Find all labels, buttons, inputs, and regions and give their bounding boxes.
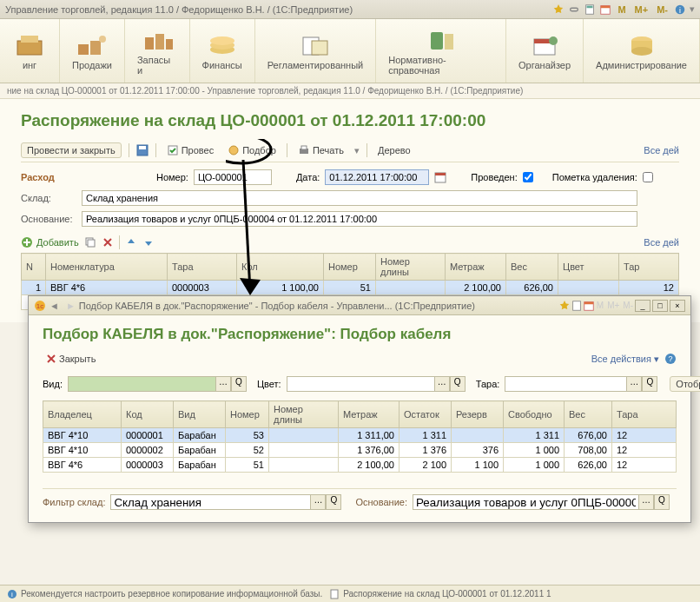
- link-icon[interactable]: [568, 3, 580, 16]
- col-metraj[interactable]: Метраж: [446, 254, 506, 281]
- tb-ing[interactable]: инг: [0, 19, 60, 83]
- pcol-ost[interactable]: Остаток: [400, 401, 452, 428]
- number-field[interactable]: [194, 169, 272, 185]
- pcol-ves[interactable]: Вес: [565, 401, 612, 428]
- col-nomerlen[interactable]: Номер длины: [376, 254, 446, 281]
- calc-icon[interactable]: [584, 3, 596, 16]
- col-nomer[interactable]: Номер: [324, 254, 376, 281]
- run-close-button[interactable]: Провести и закрыть: [21, 142, 122, 158]
- calendar-icon[interactable]: [599, 3, 611, 16]
- move-down-icon[interactable]: [142, 236, 155, 248]
- m-minus-button[interactable]: M-: [621, 301, 635, 310]
- table-row[interactable]: ВВГ 4*60000003Барабан512 100,002 1001 10…: [43, 458, 677, 473]
- print-button[interactable]: Печать: [294, 142, 347, 158]
- popup-basis-lookup[interactable]: … Q: [413, 494, 670, 510]
- color-select-icon[interactable]: Q: [450, 376, 466, 392]
- vid-input[interactable]: [68, 376, 215, 392]
- tara-input[interactable]: [505, 376, 626, 392]
- delmark-checkbox[interactable]: [643, 172, 653, 182]
- m-button[interactable]: M: [595, 301, 605, 310]
- run-button[interactable]: Провес: [163, 142, 217, 158]
- col-nom[interactable]: Номенклатура: [46, 254, 168, 281]
- pcol-tara[interactable]: Тара: [612, 401, 677, 428]
- pcol-owner[interactable]: Владелец: [43, 401, 122, 428]
- save-icon[interactable]: [136, 144, 149, 156]
- pcol-nlen[interactable]: Номер длины: [269, 401, 339, 428]
- pcol-free[interactable]: Свободно: [504, 401, 565, 428]
- col-n[interactable]: N: [22, 254, 46, 281]
- tb-reference[interactable]: Нормативно-справочная: [376, 19, 506, 83]
- tb-organizer[interactable]: Органайзер: [506, 19, 584, 83]
- color-input[interactable]: [287, 376, 434, 392]
- vid-lookup[interactable]: … Q: [68, 376, 247, 392]
- help-icon[interactable]: ?: [664, 353, 677, 365]
- all-actions-link[interactable]: Все дей: [644, 237, 679, 248]
- pcol-vid[interactable]: Вид: [174, 401, 226, 428]
- tara-lookup[interactable]: … Q: [505, 376, 657, 392]
- date-field[interactable]: [325, 169, 429, 185]
- all-actions-link[interactable]: Все действия ▾: [591, 354, 659, 365]
- close-window-button[interactable]: ×: [670, 300, 685, 312]
- info-icon[interactable]: i: [674, 3, 686, 16]
- delete-icon[interactable]: [102, 236, 114, 248]
- pcol-metraj[interactable]: Метраж: [339, 401, 400, 428]
- tree-button[interactable]: Дерево: [374, 143, 414, 157]
- vid-clear-icon[interactable]: …: [215, 376, 231, 392]
- filter-sklad-input[interactable]: [110, 494, 310, 510]
- fsklad-select-icon[interactable]: Q: [326, 494, 341, 510]
- sklad-field[interactable]: [82, 190, 637, 206]
- podbor-button[interactable]: Подбор: [224, 142, 280, 158]
- close-button[interactable]: Закрыть: [43, 352, 99, 366]
- tb-finance[interactable]: Финансы: [190, 19, 255, 83]
- star-icon[interactable]: [558, 300, 571, 312]
- color-lookup[interactable]: … Q: [287, 376, 466, 392]
- m-plus-button[interactable]: M+: [632, 4, 651, 15]
- col-ves[interactable]: Вес: [506, 254, 558, 281]
- star-icon[interactable]: [552, 3, 565, 16]
- basis-clear-icon[interactable]: …: [638, 494, 654, 510]
- col-kol[interactable]: Кол: [237, 254, 324, 281]
- col-tara[interactable]: Тара: [168, 254, 237, 281]
- m-minus-button[interactable]: M-: [654, 4, 670, 15]
- popup-nav-back-icon[interactable]: ◄: [46, 301, 63, 311]
- fsklad-clear-icon[interactable]: …: [310, 494, 326, 510]
- basis-select-icon[interactable]: Q: [654, 494, 670, 510]
- m-plus-button[interactable]: M+: [605, 301, 621, 310]
- basis-field[interactable]: [82, 211, 637, 227]
- table-row[interactable]: ВВГ 4*100000001Барабан531 311,001 3111 3…: [43, 428, 677, 443]
- m-button[interactable]: M: [615, 4, 628, 15]
- calc-icon[interactable]: [571, 300, 583, 312]
- tara-select-icon[interactable]: Q: [642, 376, 657, 392]
- status-backup[interactable]: i Рекомендуется настроить резервное копи…: [7, 589, 322, 599]
- color-clear-icon[interactable]: …: [434, 376, 450, 392]
- tb-sales[interactable]: Продажи: [60, 19, 125, 83]
- tb-admin[interactable]: Администрирование: [584, 19, 700, 83]
- tara-clear-icon[interactable]: …: [626, 376, 642, 392]
- calendar-picker-icon[interactable]: [434, 171, 446, 183]
- copy-icon[interactable]: [84, 236, 96, 248]
- status-doc[interactable]: Распоряжение на склад ЦО-000001 от 01.12…: [329, 589, 551, 599]
- popup-table[interactable]: Владелец Код Вид Номер Номер длины Метра…: [43, 400, 677, 473]
- minimize-button[interactable]: _: [635, 300, 650, 312]
- table-row[interactable]: ВВГ 4*100000002Барабан521 376,001 376376…: [43, 443, 677, 458]
- tb-stock[interactable]: Запасы и: [125, 19, 190, 83]
- filter-sklad-lookup[interactable]: … Q: [110, 494, 341, 510]
- maximize-button[interactable]: □: [652, 300, 668, 312]
- calendar-icon[interactable]: [583, 300, 595, 312]
- col-color[interactable]: Цвет: [558, 254, 619, 281]
- popup-titlebar[interactable]: 1c ◄ ► Подбор КАБЕЛЯ в док."Распоряжение…: [29, 296, 690, 315]
- vid-select-icon[interactable]: Q: [231, 376, 247, 392]
- tb-regulated[interactable]: Регламентированный: [255, 19, 377, 83]
- pcol-nomer[interactable]: Номер: [226, 401, 269, 428]
- pcol-code[interactable]: Код: [122, 401, 174, 428]
- all-actions-link[interactable]: Все дей: [644, 145, 679, 155]
- popup-basis-input[interactable]: [413, 494, 638, 510]
- table-row[interactable]: 1 ВВГ 4*6 0000003 1 100,00 51 2 100,00 6…: [22, 281, 679, 295]
- filter-button[interactable]: Отобрать: [670, 376, 700, 392]
- add-button[interactable]: Добавить: [21, 236, 79, 248]
- pcol-res[interactable]: Резерв: [452, 401, 504, 428]
- col-tar[interactable]: Тар: [619, 254, 679, 281]
- print-dropdown-icon[interactable]: ▾: [354, 145, 360, 156]
- posted-checkbox[interactable]: [523, 172, 533, 182]
- popup-nav-fwd-icon[interactable]: ►: [63, 301, 79, 311]
